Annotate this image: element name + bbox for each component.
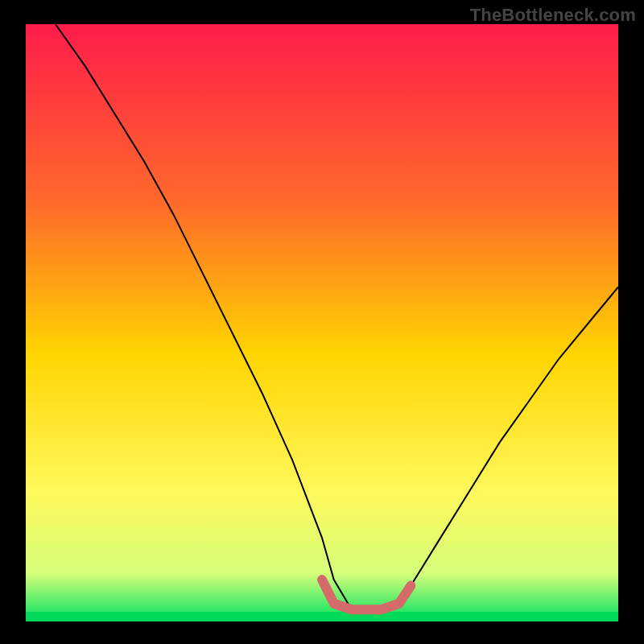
chart-svg [0, 0, 644, 644]
bottom-green-band [26, 612, 618, 621]
watermark-text: TheBottleneck.com [470, 5, 636, 26]
chart-frame [0, 0, 644, 644]
